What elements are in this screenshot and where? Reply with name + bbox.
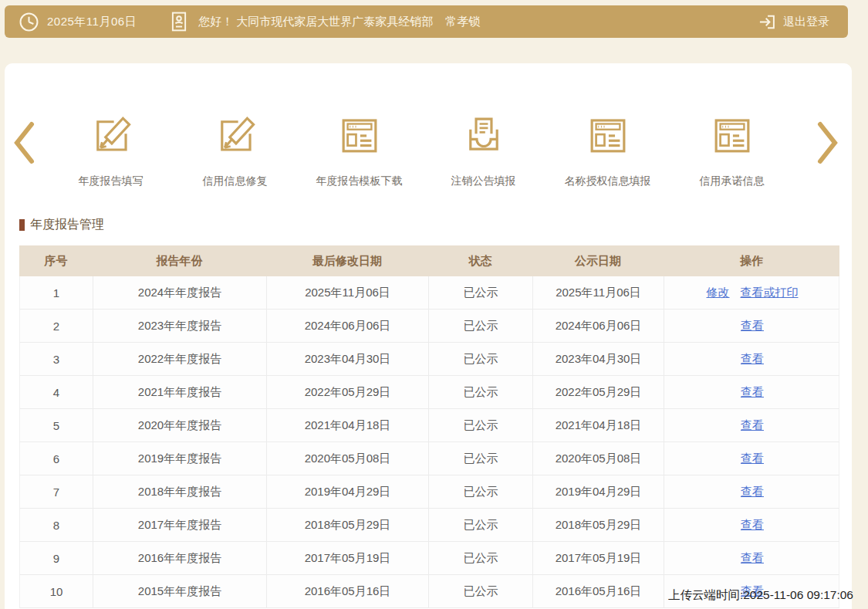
chevron-right-icon [816,120,839,165]
cell-report-year: 2024年年度报告 [93,276,267,309]
cell-status: 已公示 [429,542,533,574]
action-link[interactable]: 查看 [741,551,764,566]
edit-square-icon [89,113,133,157]
cell-publish-date: 2022年05月29日 [533,376,664,408]
cell-index: 4 [20,376,93,408]
cell-report-year: 2018年年度报告 [93,475,267,508]
report-template-icon [586,113,630,157]
report-template-icon [337,113,382,157]
table-row: 1 2024年年度报告 2025年11月06日 已公示 2025年11月06日 … [19,276,839,310]
carousel-item[interactable]: 注销公告填报 [421,113,545,188]
header-report-year: 报告年份 [93,245,266,276]
upload-time-watermark: 上传云端时间:2025-11-06 09:17:06 [668,587,853,604]
report-table-body: 1 2024年年度报告 2025年11月06日 已公示 2025年11月06日 … [19,276,839,608]
cell-status: 已公示 [429,475,533,508]
cell-modified-date: 2020年05月08日 [267,442,429,475]
cell-actions: 查看 [664,475,840,508]
table-row: 3 2022年年度报告 2023年04月30日 已公示 2023年04月30日 … [19,343,839,376]
cell-report-year: 2022年年度报告 [93,343,267,375]
cell-publish-date: 2019年04月29日 [533,475,664,508]
action-link[interactable]: 查看 [741,485,764,499]
carousel-item[interactable]: 年度报告模板下载 [297,113,421,188]
cell-modified-date: 2022年05月29日 [267,376,429,408]
table-row: 5 2020年年度报告 2021年04月18日 已公示 2021年04月18日 … [19,409,839,442]
cell-report-year: 2020年年度报告 [93,409,267,442]
annual-report-page: { "topbar": { "date": "2025年11月06日", "gr… [0,0,868,609]
cell-report-year: 2023年年度报告 [93,310,267,342]
cell-actions: 查看 [664,376,840,408]
logout-button[interactable]: 退出登录 [757,12,829,32]
annual-report-table: 序号 报告年份 最后修改日期 状态 公示日期 操作 1 2024年年度报告 20… [19,245,839,608]
header-modified-date: 最后修改日期 [266,245,428,276]
inbox-icon [461,113,506,157]
carousel-item-label: 信用信息修复 [203,174,268,188]
table-row: 2 2023年年度报告 2024年06月06日 已公示 2024年06月06日 … [19,310,839,343]
cell-actions: 查看 [664,509,840,541]
topbar: 2025年11月06日 您好！ 大同市现代家居大世界广泰家具经销部 常孝锁 退出… [5,5,848,38]
logout-icon [757,12,776,32]
carousel-items: 年度报告填写 信用信息修复 年度报告模板下载 注销公告填报 [49,113,794,188]
table-row: 4 2021年年度报告 2022年05月29日 已公示 2022年05月29日 … [19,376,839,409]
cell-modified-date: 2024年06月06日 [267,310,429,342]
cell-index: 10 [20,575,93,607]
action-link[interactable]: 查看 [741,352,764,367]
cell-report-year: 2015年年度报告 [93,575,267,607]
cell-modified-date: 2021年04月18日 [267,409,429,442]
header-index: 序号 [19,245,93,276]
carousel-item[interactable]: 信用承诺信息 [670,113,794,188]
cell-status: 已公示 [429,409,533,442]
table-row: 9 2016年年度报告 2017年05月19日 已公示 2017年05月19日 … [19,542,839,575]
section-title: 年度报告管理 [19,217,104,233]
cell-index: 6 [20,442,93,475]
action-link[interactable]: 查看或打印 [741,286,799,300]
carousel-prev-button[interactable] [11,119,37,167]
cell-status: 已公示 [429,575,533,607]
action-link[interactable]: 查看 [741,319,764,333]
cell-publish-date: 2021年04月18日 [533,409,664,442]
cell-actions: 修改查看或打印 [664,276,840,309]
cell-report-year: 2021年年度报告 [93,376,267,408]
cell-modified-date: 2025年11月06日 [267,276,429,309]
user-greeting: 您好！ 大同市现代家居大世界广泰家具经销部 [198,15,433,29]
logout-label: 退出登录 [783,15,829,29]
section-bullet-icon [19,219,25,231]
section-title-label: 年度报告管理 [30,217,104,233]
carousel-item-label: 年度报告填写 [79,174,144,188]
table-row: 7 2018年年度报告 2019年04月29日 已公示 2019年04月29日 … [19,475,839,509]
cell-actions: 查看 [664,310,840,342]
cell-publish-date: 2018年05月29日 [533,509,664,541]
carousel-item[interactable]: 信用信息修复 [173,113,297,188]
action-link[interactable]: 查看 [741,518,764,533]
carousel-item[interactable]: 年度报告填写 [49,113,173,188]
carousel-item[interactable]: 名称授权信息填报 [545,113,670,188]
cell-index: 2 [20,310,93,342]
cell-status: 已公示 [429,310,533,342]
user-name: 常孝锁 [445,15,480,29]
cell-report-year: 2019年年度报告 [93,442,267,475]
cell-actions: 查看 [664,343,840,375]
action-link[interactable]: 修改 [707,286,730,300]
cell-index: 5 [20,409,93,442]
id-badge-icon [169,10,189,33]
cell-modified-date: 2019年04月29日 [267,475,429,508]
cell-report-year: 2016年年度报告 [93,542,267,574]
cell-publish-date: 2025年11月06日 [533,276,664,309]
cell-modified-date: 2016年05月16日 [267,575,429,607]
cell-report-year: 2017年年度报告 [93,509,267,541]
cell-publish-date: 2016年05月16日 [533,575,664,607]
action-link[interactable]: 查看 [741,452,764,466]
chevron-left-icon [12,120,35,165]
main-card: 年度报告填写 信用信息修复 年度报告模板下载 注销公告填报 [5,63,852,609]
carousel-next-button[interactable] [815,119,841,167]
cell-modified-date: 2023年04月30日 [267,343,429,375]
current-date: 2025年11月06日 [47,15,137,29]
cell-index: 1 [20,276,93,309]
action-link[interactable]: 查看 [741,385,764,400]
cell-status: 已公示 [429,376,533,408]
table-row: 8 2017年年度报告 2018年05月29日 已公示 2018年05月29日 … [19,509,839,542]
carousel-item-label: 注销公告填报 [451,174,516,188]
table-header-row: 序号 报告年份 最后修改日期 状态 公示日期 操作 [19,245,839,276]
cell-index: 3 [20,343,93,375]
action-link[interactable]: 查看 [741,418,764,433]
cell-index: 9 [20,542,93,574]
